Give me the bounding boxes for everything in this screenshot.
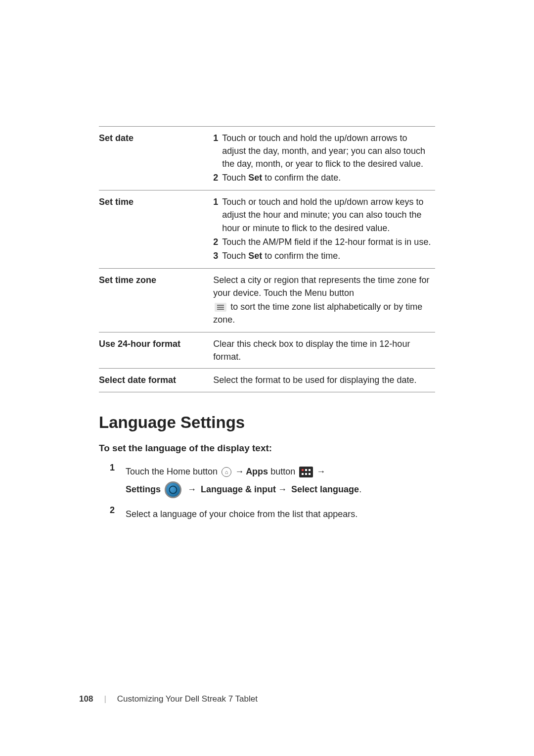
- table-row: Set time 1 Touch or touch and hold the u…: [99, 190, 435, 268]
- page-number: 108: [79, 694, 93, 704]
- table-row: Use 24-hour format Clear this check box …: [99, 332, 435, 369]
- footer-separator: |: [104, 694, 106, 704]
- subheading: To set the language of the display text:: [99, 443, 435, 454]
- language-settings-heading: Language Settings: [99, 413, 435, 432]
- step-item: 1 Touch the Home button ⌂→Apps button → …: [110, 463, 435, 498]
- footer-title: Customizing Your Dell Streak 7 Tablet: [117, 694, 258, 704]
- table-row: Set date 1 Touch or touch and hold the u…: [99, 127, 435, 190]
- settings-table: Set date 1 Touch or touch and hold the u…: [99, 126, 435, 392]
- list-item: 1 Touch or touch and hold the up/down ar…: [213, 132, 432, 170]
- list-item: 2 Touch the AM/PM field if the 12-hour f…: [213, 236, 432, 248]
- setting-description: Clear this check box to display the time…: [213, 332, 435, 369]
- svg-rect-0: [302, 469, 304, 471]
- home-icon: ⌂: [222, 467, 231, 477]
- setting-label: Set time: [99, 190, 213, 268]
- svg-rect-3: [302, 473, 304, 475]
- svg-rect-5: [309, 473, 311, 475]
- svg-rect-2: [309, 469, 311, 471]
- table-row: Select date format Select the format to …: [99, 369, 435, 392]
- table-row: Set time zone Select a city or region th…: [99, 268, 435, 332]
- list-item: 3 Touch Set to confirm the time.: [213, 249, 432, 262]
- list-item: 1 Touch or touch and hold the up/down ar…: [213, 195, 432, 234]
- page-footer: 108 | Customizing Your Dell Streak 7 Tab…: [79, 694, 258, 704]
- step-item: 2 Select a language of your choice from …: [110, 505, 435, 523]
- setting-label: Select date format: [99, 369, 213, 392]
- list-item: Select a city or region that represents …: [213, 274, 432, 299]
- setting-label: Set date: [99, 127, 213, 190]
- setting-label: Set time zone: [99, 268, 213, 332]
- steps-list: 1 Touch the Home button ⌂→Apps button → …: [99, 463, 435, 523]
- apps-icon: [299, 467, 313, 477]
- settings-icon: [165, 481, 181, 498]
- list-item: to sort the time zone list alphabeticall…: [213, 300, 432, 326]
- setting-description: Select the format to be used for display…: [213, 369, 435, 392]
- svg-rect-4: [305, 473, 307, 475]
- list-item: 2 Touch Set to confirm the date.: [213, 171, 432, 184]
- menu-icon: [215, 303, 226, 312]
- svg-rect-1: [305, 469, 307, 471]
- setting-label: Use 24-hour format: [99, 332, 213, 369]
